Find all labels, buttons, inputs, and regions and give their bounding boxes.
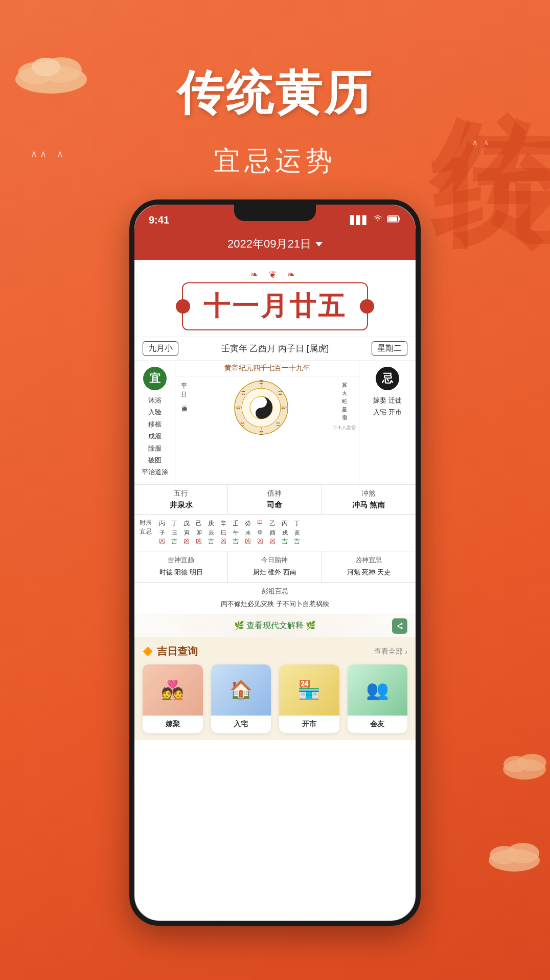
date-label: 2022年09月21日	[227, 236, 311, 252]
share-button[interactable]	[392, 618, 407, 634]
lucky-item-img-jiaju: 💑	[143, 664, 203, 716]
chong-sha-label: 冲煞	[327, 489, 410, 498]
stem-col: 辛巳凶	[218, 519, 228, 547]
lucky-item-label-huiyou: 会友	[348, 716, 408, 733]
app-sub-title: 宜忌运势	[0, 143, 550, 179]
bagua-circle: ☰ ☱ ☲ ☳ ☷ ☵ ☶ ☴	[192, 380, 331, 436]
lucky-title-wrap: 🔶 吉日查询	[143, 644, 198, 658]
ji-items: 嫁娶 迁徙入宅 开市	[373, 394, 402, 418]
chong-sha-cell: 冲煞 冲马 煞南	[322, 485, 416, 514]
xiong-shen-cell: 凶神宜忌 河魁 死神 天吏	[322, 551, 416, 582]
svg-text:☱: ☱	[278, 391, 282, 396]
stem-col: 庚辰吉	[206, 519, 216, 547]
weekday-badge: 星期二	[372, 341, 407, 356]
ganzhi-text: 壬寅年 乙酉月 丙子日 [属虎]	[178, 343, 372, 354]
stem-col: 甲申凶	[255, 519, 265, 547]
stem-col: 丙子凶	[157, 519, 167, 547]
stem-col: 丙戌吉	[280, 519, 290, 547]
stem-col: 丁亥吉	[292, 519, 302, 547]
time-stems-label: 时辰 宜忌	[140, 519, 154, 536]
wifi-icon	[373, 215, 383, 225]
cloud-right-mid-decoration	[501, 750, 547, 781]
app-header: 2022年09月21日	[134, 231, 416, 260]
jianshen-col: 平 日 建除十二神	[178, 380, 190, 436]
lucky-title-deco-left: 🔶	[143, 647, 153, 656]
five-elements-cell: 五行 井泉水	[134, 485, 228, 514]
svg-text:☶: ☶	[236, 406, 240, 411]
bagua-svg: ☰ ☱ ☲ ☳ ☷ ☵ ☶ ☴	[233, 380, 289, 436]
lucky-item-label-ruzhai: 入宅	[211, 716, 271, 733]
lucky-item-jiaju[interactable]: 💑 嫁聚	[143, 664, 203, 733]
lunar-date-border: 十一月廿五	[182, 282, 368, 330]
svg-text:☳: ☳	[276, 421, 280, 427]
lucky-item-img-huiyou: 👥	[348, 664, 408, 716]
phone-notch	[234, 205, 316, 221]
stem-col: 己卯凶	[194, 519, 204, 547]
lucky-items-row: 💑 嫁聚 🏠 入宅 🏪 开市	[143, 664, 407, 733]
lucky-header: 🔶 吉日查询 查看全部 ›	[143, 644, 407, 658]
chevron-down-icon[interactable]	[315, 242, 323, 247]
svg-point-6	[507, 843, 539, 863]
status-time: 9:41	[149, 214, 169, 226]
xiong-shen-value: 河魁 死神 天吏	[327, 567, 410, 578]
yi-circle: 宜	[143, 367, 167, 390]
pengzu-row: 彭祖百忌 丙不修灶必见灾殃 子不问卜自惹祸殃	[134, 583, 416, 614]
lucky-item-img-kaishi: 🏪	[279, 664, 339, 716]
cloud-right-bottom-decoration	[486, 837, 542, 873]
shen-row: 吉神宜趋 时德 阳德 明日 今日胎神 厨灶 碓外 西南 凶神宜忌 河魁 死神 天…	[134, 551, 416, 583]
lucky-item-label-kaishi: 开市	[279, 716, 339, 733]
ji-shen-value: 时德 阳德 明日	[140, 567, 222, 578]
stem-col: 乙酉凶	[267, 519, 278, 547]
app-main-title: 传统黄历	[0, 61, 550, 125]
middle-bottom: 平 日 建除十二神	[175, 376, 359, 439]
chong-sha-value: 冲马 煞南	[327, 500, 410, 510]
yi-cell: 宜 沐浴入验移柩成服除服破图平治道涂	[134, 361, 175, 484]
svg-text:☲: ☲	[281, 406, 285, 411]
ji-circle: 忌	[376, 367, 399, 390]
lucky-item-huiyou[interactable]: 👥 会友	[348, 664, 408, 733]
lucky-more-button[interactable]: 查看全部 ›	[374, 647, 407, 656]
tai-shen-label: 今日胎神	[233, 555, 316, 565]
phone-frame: 9:41 ▋▋▋ 2022年09月21日 ❧ ❦ ❧	[129, 199, 421, 926]
five-elements-label: 五行	[140, 489, 222, 498]
status-icons: ▋▋▋	[350, 215, 401, 225]
xiong-shen-label: 凶神宜忌	[327, 555, 410, 565]
date-selector[interactable]: 2022年09月21日	[227, 236, 323, 252]
svg-text:☴: ☴	[241, 391, 245, 396]
lucky-section: 🔶 吉日查询 查看全部 › 💑 嫁聚	[134, 637, 416, 740]
view-modern-row[interactable]: 🌿 查看现代文解释 🌿	[134, 614, 416, 637]
time-stems-row: 时辰 宜忌 丙子凶 丁丑吉 戊寅凶 己卯凶 庚辰吉 辛巳凶 壬午吉 癸未凶 甲申…	[134, 515, 416, 551]
pengzu-label: 彭祖百忌	[143, 587, 407, 596]
signal-icon: ▋▋▋	[350, 215, 369, 225]
ji-shen-cell: 吉神宜趋 时德 阳德 明日	[134, 551, 228, 582]
zhishen-cell: 值神 司命	[228, 485, 322, 514]
stem-grid: 丙子凶 丁丑吉 戊寅凶 己卯凶 庚辰吉 辛巳凶 壬午吉 癸未凶 甲申凶 乙酉凶 …	[157, 519, 410, 547]
lucky-item-label-jiaju: 嫁聚	[143, 716, 203, 733]
svg-point-16	[259, 411, 263, 415]
ji-shen-label: 吉神宜趋	[140, 555, 222, 565]
info-row: 九月小 壬寅年 乙酉月 丙子日 [属虎] 星期二	[134, 337, 416, 361]
lunar-date-deco: ❧ ❦ ❧	[145, 269, 405, 280]
stem-col: 壬午吉	[231, 519, 241, 547]
svg-text:☵: ☵	[240, 421, 244, 427]
phone-inner: 9:41 ▋▋▋ 2022年09月21日 ❧ ❦ ❧	[134, 205, 416, 921]
huangdi-year: 黄帝纪元四千七百一十九年	[175, 361, 359, 376]
lucky-item-ruzhai[interactable]: 🏠 入宅	[211, 664, 271, 733]
battery-icon	[387, 215, 401, 225]
view-modern-text: 🌿 查看现代文解释 🌿	[234, 620, 316, 631]
five-elements-value: 井泉水	[140, 500, 222, 510]
lunar-date-text: 十一月廿五	[203, 288, 347, 324]
stem-col: 癸未凶	[243, 519, 253, 547]
calendar-card: ❧ ❦ ❧ 十一月廿五 九月小 壬寅年 乙酉月 丙子日 [属虎] 星期二 宜 沐…	[134, 260, 416, 740]
main-content-grid: 宜 沐浴入验移柩成服除服破图平治道涂 黄帝纪元四千七百一十九年 平 日 建除十二…	[134, 361, 416, 485]
svg-point-9	[518, 754, 546, 771]
svg-rect-11	[388, 217, 397, 221]
stem-col: 戊寅凶	[181, 519, 192, 547]
lucky-title: 吉日查询	[157, 644, 198, 658]
five-elements-row: 五行 井泉水 值神 司命 冲煞 冲马 煞南	[134, 485, 416, 515]
lucky-item-kaishi[interactable]: 🏪 开市	[279, 664, 339, 733]
stars-col: 翼 火 蛇 星 宿 二十八星宿	[333, 380, 356, 436]
middle-cell: 黄帝纪元四千七百一十九年 平 日 建除十二神	[175, 361, 359, 484]
month-badge: 九月小	[143, 341, 178, 356]
yi-items: 沐浴入验移柩成服除服破图平治道涂	[142, 394, 168, 478]
